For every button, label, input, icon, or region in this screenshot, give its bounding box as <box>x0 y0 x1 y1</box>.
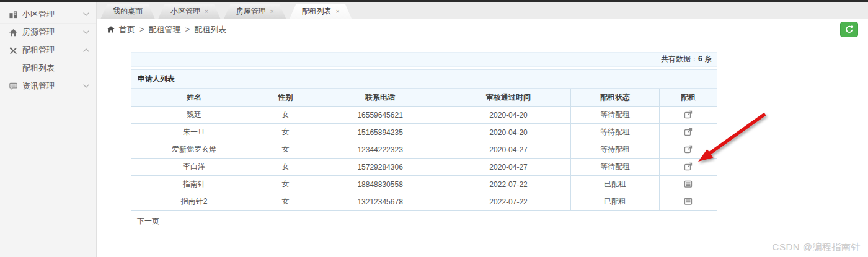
table-row: 李白洋 女 15729284306 2020-04-27 等待配租 <box>131 159 717 176</box>
refresh-icon <box>844 25 854 34</box>
cell-date: 2020-04-27 <box>446 141 570 159</box>
tab-community-mgmt[interactable]: 小区管理 × <box>158 4 221 19</box>
building-icon <box>8 10 19 19</box>
cell-date: 2020-04-20 <box>446 107 570 124</box>
sidebar-item-label: 小区管理 <box>22 9 82 20</box>
col-header-name: 姓名 <box>131 89 257 107</box>
col-header-approve-date: 审核通过时间 <box>446 89 570 107</box>
table-row: 指南针 女 18848830558 2022-07-22 已配租 <box>131 176 717 193</box>
rent-detail-icon[interactable] <box>683 179 693 189</box>
chevron-down-icon <box>82 30 90 35</box>
home-icon <box>8 28 19 37</box>
tab-close-icon[interactable]: × <box>270 9 274 15</box>
cell-date: 2020-04-20 <box>446 124 570 141</box>
wrench-icon <box>8 46 19 55</box>
sidebar-item-label: 房源管理 <box>22 27 82 38</box>
col-header-status: 配租状态 <box>570 89 660 107</box>
sidebar: 小区管理 房源管理 配租管理 配租列表 资讯管理 <box>0 2 97 257</box>
tab-bar: 我的桌面 小区管理 × 房屋管理 × 配租列表 × <box>97 2 868 19</box>
breadcrumb-separator: > <box>185 25 190 34</box>
chevron-down-icon <box>82 12 90 17</box>
sidebar-item-community[interactable]: 小区管理 <box>0 6 96 24</box>
tab-my-desktop[interactable]: 我的桌面 <box>100 4 155 19</box>
panel-title: 申请人列表 <box>131 69 717 89</box>
comment-icon <box>8 82 19 91</box>
sidebar-item-label: 配租列表 <box>22 63 90 74</box>
next-page-link[interactable]: 下一页 <box>137 216 159 227</box>
cell-phone: 12344222323 <box>314 141 446 159</box>
cell-name: 李白洋 <box>131 159 257 176</box>
table-row: 朱一旦 女 15165894235 2020-04-20 等待配租 <box>131 124 717 141</box>
col-header-action: 配租 <box>660 89 717 107</box>
cell-phone: 18848830558 <box>314 176 446 193</box>
chevron-up-icon <box>82 48 90 53</box>
home-icon <box>107 25 115 33</box>
cell-gender: 女 <box>257 141 314 159</box>
col-header-gender: 性别 <box>257 89 314 107</box>
breadcrumb-rent-list[interactable]: 配租列表 <box>194 24 226 35</box>
table-row: 指南针2 女 13212345678 2022-07-22 已配租 <box>131 193 717 211</box>
cell-status: 等待配租 <box>570 107 660 124</box>
cell-name: 朱一旦 <box>131 124 257 141</box>
table-header-row: 姓名 性别 联系电话 审核通过时间 配租状态 配租 <box>131 89 717 107</box>
cell-status: 等待配租 <box>570 124 660 141</box>
sidebar-item-rent-mgmt[interactable]: 配租管理 <box>0 41 96 59</box>
cell-date: 2020-04-27 <box>446 159 570 176</box>
app-root: { "sidebar": { "items": [ { "label": "小区… <box>0 0 868 257</box>
tab-label: 房屋管理 <box>236 4 266 19</box>
cell-phone: 13212345678 <box>314 193 446 211</box>
cell-name: 指南针2 <box>131 193 257 211</box>
tab-label: 小区管理 <box>170 4 200 19</box>
assign-rent-icon[interactable] <box>683 127 693 137</box>
cell-name: 魏廷 <box>131 107 257 124</box>
watermark: CSDN @编程指南针 <box>773 242 861 253</box>
sidebar-item-news[interactable]: 资讯管理 <box>0 77 96 95</box>
applicant-panel: 共有数据：6 条 申请人列表 姓名 性别 联系电话 审核通过时间 配租状态 配租 <box>131 52 717 227</box>
cell-name: 爱新觉罗玄烨 <box>131 141 257 159</box>
breadcrumb-rent-mgmt[interactable]: 配租管理 <box>149 24 181 35</box>
cell-status: 等待配租 <box>570 141 660 159</box>
tab-close-icon[interactable]: × <box>205 9 208 15</box>
table-row: 魏廷 女 16559645621 2020-04-20 等待配租 <box>131 107 717 124</box>
cell-status: 已配租 <box>570 193 660 211</box>
cell-gender: 女 <box>257 176 314 193</box>
rent-detail-icon[interactable] <box>683 196 693 206</box>
cell-date: 2022-07-22 <box>446 176 570 193</box>
content-area: 共有数据：6 条 申请人列表 姓名 性别 联系电话 审核通过时间 配租状态 配租 <box>97 40 868 227</box>
record-count-prefix: 共有数据： <box>661 54 698 63</box>
cell-name: 指南针 <box>131 176 257 193</box>
record-count-value: 6 <box>698 54 702 63</box>
tab-label: 我的桌面 <box>113 4 143 19</box>
cell-gender: 女 <box>257 124 314 141</box>
tab-rent-list[interactable]: 配租列表 × <box>290 4 352 19</box>
breadcrumb-separator: > <box>140 25 144 34</box>
col-header-phone: 联系电话 <box>314 89 446 107</box>
assign-rent-icon[interactable] <box>683 144 693 154</box>
cell-phone: 16559645621 <box>314 107 446 124</box>
tab-close-icon[interactable]: × <box>336 9 340 15</box>
tab-label: 配租列表 <box>302 4 332 19</box>
cell-gender: 女 <box>257 107 314 124</box>
cell-phone: 15729284306 <box>314 159 446 176</box>
assign-rent-icon[interactable] <box>683 162 693 172</box>
cell-status: 已配租 <box>570 176 660 193</box>
applicant-table: 姓名 性别 联系电话 审核通过时间 配租状态 配租 魏廷 女 165596456… <box>131 89 717 211</box>
sidebar-item-label: 配租管理 <box>22 45 82 56</box>
breadcrumb-home[interactable]: 首页 <box>119 24 135 35</box>
sidebar-item-rent-list[interactable]: 配租列表 <box>0 59 96 77</box>
main-area: 我的桌面 小区管理 × 房屋管理 × 配租列表 × 首页 > 配租管理 > 配租… <box>97 2 868 257</box>
cell-status: 等待配租 <box>570 159 660 176</box>
sidebar-item-housing[interactable]: 房源管理 <box>0 24 96 41</box>
table-row: 爱新觉罗玄烨 女 12344222323 2020-04-27 等待配租 <box>131 141 717 159</box>
cell-date: 2022-07-22 <box>446 193 570 211</box>
record-count-suffix: 条 <box>702 54 712 63</box>
refresh-button[interactable] <box>840 22 858 37</box>
cell-phone: 15165894235 <box>314 124 446 141</box>
sidebar-item-label: 资讯管理 <box>22 81 82 92</box>
record-count-bar: 共有数据：6 条 <box>131 52 717 67</box>
tab-house-mgmt[interactable]: 房屋管理 × <box>224 4 286 19</box>
breadcrumb: 首页 > 配租管理 > 配租列表 <box>97 19 868 40</box>
chevron-down-icon <box>82 84 90 89</box>
assign-rent-icon[interactable] <box>683 110 693 120</box>
cell-gender: 女 <box>257 193 314 211</box>
